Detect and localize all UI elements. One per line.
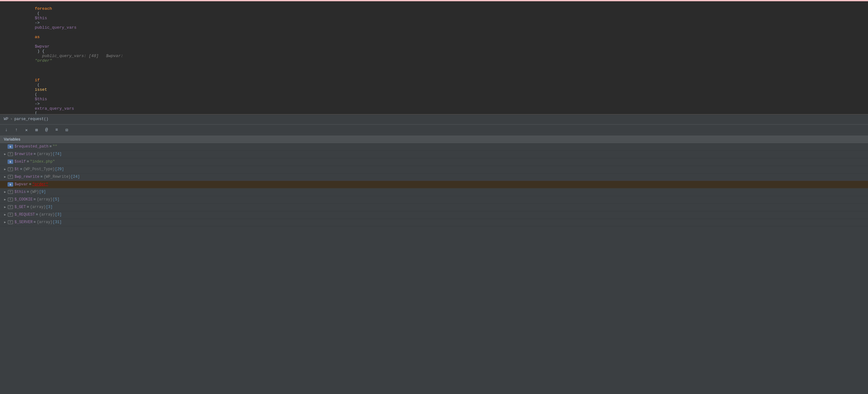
- var-icon-array-cookie: [7, 197, 13, 202]
- var-name-request: $_REQUEST: [14, 213, 35, 217]
- var-expand-this[interactable]: ▶: [2, 190, 7, 194]
- var-expand-cookie[interactable]: ▶: [2, 198, 7, 201]
- var-count-wp-rewrite: [24]: [71, 175, 80, 179]
- var-type-cookie: {array}: [37, 197, 53, 202]
- var-count-this: [9]: [39, 190, 46, 194]
- line-content-2: if ( isset ( $this -> extra_query_vars […: [12, 68, 868, 114]
- var-type-request: {array}: [39, 213, 55, 217]
- var-count-rewrite: [74]: [53, 152, 62, 156]
- var-name-requested-path: $requested_path: [14, 144, 49, 149]
- var-count-t: [29]: [55, 167, 64, 171]
- var-val-wpvar: "order": [32, 182, 48, 187]
- var-icon-string-wpvar: S: [7, 182, 13, 187]
- var-icon-array-get: [7, 205, 13, 209]
- variables-panel: Variables S $requested_path = "" ▶ $rewr…: [0, 136, 868, 394]
- frames-button[interactable]: ⊞: [33, 126, 40, 134]
- variables-header: Variables: [0, 136, 868, 143]
- var-item-this[interactable]: ▶ $this = {WP} [9]: [0, 189, 868, 196]
- var-icon-array-server: [7, 220, 13, 224]
- var-expand-get[interactable]: ▶: [2, 205, 7, 209]
- watches-button[interactable]: @: [43, 126, 50, 134]
- var-expand-request[interactable]: ▶: [2, 213, 7, 217]
- var-count-server: [31]: [53, 220, 62, 224]
- var-icon-array-rewrite: [7, 152, 13, 156]
- variables-button[interactable]: ≡: [53, 126, 60, 134]
- breadcrumb-parse-request[interactable]: parse_request(): [14, 117, 49, 121]
- main-layout: foreach ( $this -> public_query_vars as …: [0, 0, 868, 394]
- step-out-button[interactable]: ↑: [12, 126, 20, 134]
- var-icon-string-requested-path: S: [7, 144, 13, 149]
- var-type-rewrite: {array}: [37, 152, 53, 156]
- var-type-get: {array}: [30, 205, 45, 209]
- var-icon-array-wp-rewrite: [7, 175, 13, 179]
- code-line-1: foreach ( $this -> public_query_vars as …: [0, 1, 868, 68]
- var-name-get: $_GET: [14, 205, 26, 209]
- var-expand-t[interactable]: ▶: [2, 167, 7, 171]
- var-icon-array-t: [7, 167, 13, 171]
- kw-foreach: foreach: [35, 6, 52, 11]
- var-item-t[interactable]: ▶ $t = {WP_Post_Type} [29]: [0, 166, 868, 173]
- var-item-cookie[interactable]: ▶ $_COOKIE = {array} [5]: [0, 196, 868, 204]
- var-name-wp-rewrite: $wp_rewrite: [14, 175, 39, 179]
- var-icon-array-request: [7, 213, 13, 217]
- var-val-requested-path: "": [53, 144, 57, 149]
- var-count-get: [3]: [46, 205, 53, 209]
- var-name-this: $this: [14, 190, 26, 194]
- stop-button[interactable]: ✕: [23, 126, 30, 134]
- var-item-rewrite[interactable]: ▶ $rewrite = {array} [74]: [0, 151, 868, 158]
- var-type-server: {array}: [37, 220, 53, 224]
- var-count-cookie: [5]: [53, 197, 60, 202]
- var-count-request: [3]: [55, 213, 62, 217]
- var-type-wp-rewrite: {WP_Rewrite}: [43, 175, 70, 179]
- var-item-get[interactable]: ▶ $_GET = {array} [3]: [0, 204, 868, 211]
- var-name-server: $_SERVER: [14, 220, 33, 224]
- var-item-requested-path[interactable]: S $requested_path = "": [0, 143, 868, 151]
- line-content-1: foreach ( $this -> public_query_vars as …: [12, 2, 868, 68]
- var-expand-wp-rewrite[interactable]: ▶: [2, 175, 7, 179]
- var-type-this: {WP}: [30, 190, 39, 194]
- code-editor: foreach ( $this -> public_query_vars as …: [0, 1, 868, 114]
- var-type-t: {WP_Post_Type}: [23, 167, 55, 171]
- var-item-self[interactable]: S $self = "index.php": [0, 158, 868, 166]
- var-item-server[interactable]: ▶ $_SERVER = {array} [31]: [0, 219, 868, 226]
- var-icon-string-self: S: [7, 160, 13, 164]
- var-icon-array-this: [7, 190, 13, 194]
- var-name-cookie: $_COOKIE: [14, 197, 33, 202]
- debugger-toolbar: ↓ ↑ ✕ ⊞ @ ≡ ⊡: [0, 124, 868, 136]
- console-button[interactable]: ⊡: [63, 126, 70, 134]
- var-expand-rewrite[interactable]: ▶: [2, 152, 7, 156]
- breadcrumb-wp[interactable]: WP: [4, 117, 8, 121]
- var-name-t: $t: [14, 167, 19, 171]
- var-name-wpvar: $wpvar: [14, 182, 28, 187]
- var-val-self: "index.php": [30, 160, 55, 164]
- var-item-wp-rewrite[interactable]: ▶ $wp_rewrite = {WP_Rewrite} [24]: [0, 173, 868, 181]
- code-line-2: if ( isset ( $this -> extra_query_vars […: [0, 68, 868, 114]
- step-into-button[interactable]: ↓: [2, 126, 10, 134]
- breadcrumb-separator: ›: [10, 117, 12, 121]
- breadcrumb-bar: WP › parse_request(): [0, 114, 868, 124]
- var-name-rewrite: $rewrite: [14, 152, 33, 156]
- var-expand-server[interactable]: ▶: [2, 220, 7, 224]
- var-item-request[interactable]: ▶ $_REQUEST = {array} [3]: [0, 211, 868, 219]
- var-item-wpvar[interactable]: S $wpvar = "order": [0, 181, 868, 189]
- var-name-self: $self: [14, 160, 26, 164]
